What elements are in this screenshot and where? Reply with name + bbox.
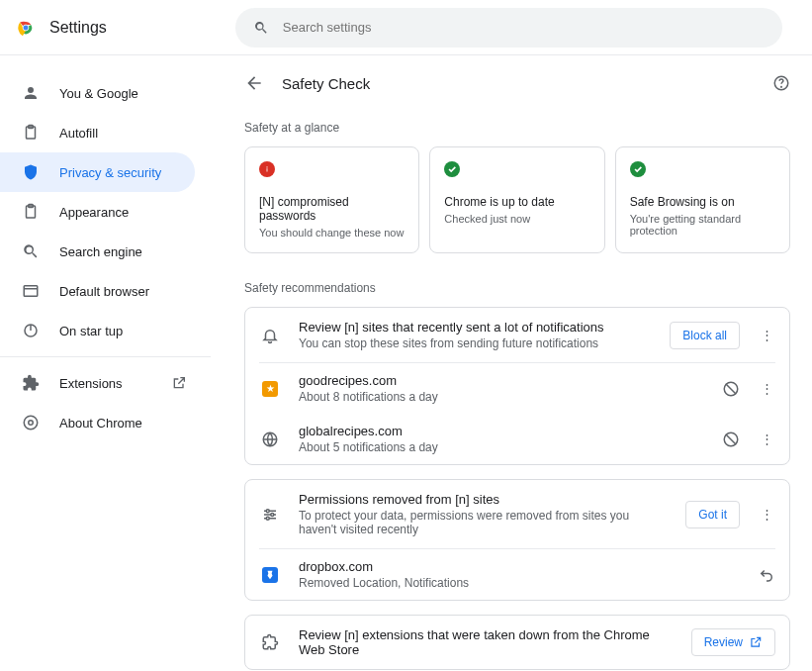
svg-line-21 <box>726 433 737 444</box>
extension-outline-icon <box>259 633 281 651</box>
search-icon <box>253 20 269 36</box>
card-subtitle: You're getting standard protection <box>630 213 775 237</box>
card-title: Chrome is up to date <box>444 195 589 209</box>
sidebar-item-search-engine[interactable]: Search engine <box>0 232 195 271</box>
sidebar-item-default-browser[interactable]: Default browser <box>0 271 195 311</box>
sidebar-item-label: On star tup <box>59 324 123 338</box>
page-title: Safety Check <box>282 75 755 92</box>
sidebar-item-about-chrome[interactable]: About Chrome <box>0 403 195 442</box>
svg-point-25 <box>266 509 269 512</box>
sidebar-item-label: Default browser <box>59 284 149 299</box>
sidebar-item-label: You & Google <box>59 86 138 101</box>
info-badge-icon <box>259 161 275 177</box>
more-menu-icon[interactable]: ⋮ <box>758 431 775 446</box>
card-subtitle: You should change these now <box>259 227 405 239</box>
button-label: Review <box>704 635 743 649</box>
site-favicon-icon: ★ <box>262 381 278 397</box>
extension-icon <box>22 374 40 392</box>
back-arrow-icon[interactable] <box>244 73 264 93</box>
tune-icon <box>259 506 281 524</box>
rec-panel-extensions: Review [n] extensions that were taken do… <box>244 615 790 670</box>
sidebar: You & Google Autofill Privacy & security… <box>0 55 211 671</box>
sidebar-item-extensions[interactable]: Extensions <box>0 363 195 403</box>
shield-icon <box>22 163 40 181</box>
more-menu-icon[interactable]: ⋮ <box>758 507 775 522</box>
sidebar-item-privacy-security[interactable]: Privacy & security <box>0 152 195 192</box>
sidebar-item-on-startup[interactable]: On star tup <box>0 311 195 350</box>
site-detail: Removed Location, Notifications <box>299 576 740 590</box>
rec-title: Review [n] extensions that were taken do… <box>299 627 674 657</box>
power-icon <box>22 322 40 339</box>
svg-point-14 <box>781 86 782 87</box>
check-badge-icon <box>630 161 646 177</box>
person-icon <box>22 84 40 102</box>
open-in-new-icon <box>749 635 763 649</box>
sidebar-item-label: About Chrome <box>59 416 142 431</box>
card-subtitle: Checked just now <box>444 213 589 225</box>
sidebar-item-autofill[interactable]: Autofill <box>0 113 195 152</box>
block-all-button[interactable]: Block all <box>670 322 740 349</box>
check-badge-icon <box>444 161 460 177</box>
site-name: dropbox.com <box>299 559 740 574</box>
glance-card-safe-browsing[interactable]: Safe Browsing is on You're getting stand… <box>615 146 790 253</box>
site-name: globalrecipes.com <box>299 424 704 438</box>
chrome-logo-icon <box>16 18 36 38</box>
site-name: goodrecipes.com <box>299 373 704 388</box>
browser-icon <box>22 282 40 300</box>
search-input[interactable] <box>283 20 765 35</box>
rec-title: Review [n] sites that recently sent a lo… <box>299 320 652 335</box>
site-detail: About 5 notifications a day <box>299 440 704 454</box>
rec-panel-notifications: Review [n] sites that recently sent a lo… <box>244 307 790 465</box>
more-menu-icon[interactable]: ⋮ <box>758 328 775 342</box>
more-menu-icon[interactable]: ⋮ <box>758 381 775 396</box>
sidebar-item-label: Extensions <box>59 376 123 391</box>
sidebar-item-label: Search engine <box>59 244 142 259</box>
search-icon <box>22 242 40 260</box>
rec-title: Permissions removed from [n] sites <box>299 492 668 507</box>
sidebar-item-you-and-google[interactable]: You & Google <box>0 73 195 113</box>
rec-panel-permissions: Permissions removed from [n] sites To pr… <box>244 479 790 601</box>
sidebar-item-label: Appearance <box>59 205 129 220</box>
rec-subtitle: To protect your data, permissions were r… <box>299 509 668 536</box>
glance-card-passwords[interactable]: [N] compromised passwords You should cha… <box>244 146 419 253</box>
open-in-new-icon <box>171 375 187 391</box>
svg-rect-7 <box>24 286 38 297</box>
app-title: Settings <box>49 19 107 37</box>
section-label-recs: Safety recommendations <box>244 281 790 295</box>
review-button[interactable]: Review <box>691 628 775 656</box>
chrome-outline-icon <box>22 414 40 431</box>
glance-card-updates[interactable]: Chrome is up to date Checked just now <box>429 146 604 253</box>
sidebar-item-label: Privacy & security <box>59 165 161 180</box>
card-title: [N] compromised passwords <box>259 195 405 223</box>
svg-point-15 <box>266 166 267 167</box>
svg-line-18 <box>726 383 737 394</box>
site-favicon-icon <box>262 567 278 583</box>
site-detail: About 8 notifications a day <box>299 390 704 404</box>
svg-point-11 <box>24 416 38 430</box>
rec-subtitle: You can stop these sites from sending fu… <box>299 336 652 350</box>
svg-rect-16 <box>267 168 268 171</box>
card-title: Safe Browsing is on <box>630 195 775 209</box>
bell-icon <box>259 327 281 344</box>
svg-point-26 <box>271 513 274 516</box>
clipboard-icon <box>22 124 40 142</box>
sidebar-item-label: Autofill <box>59 126 98 141</box>
svg-point-27 <box>266 517 269 520</box>
got-it-button[interactable]: Got it <box>685 501 740 528</box>
clipboard-icon <box>22 203 40 221</box>
search-bar[interactable] <box>235 8 782 48</box>
block-icon[interactable] <box>722 431 740 448</box>
sidebar-item-appearance[interactable]: Appearance <box>0 192 195 232</box>
help-icon[interactable] <box>772 74 790 92</box>
globe-icon <box>259 431 281 448</box>
svg-point-12 <box>29 421 34 426</box>
undo-icon[interactable] <box>758 566 775 584</box>
section-label-glance: Safety at a glance <box>244 121 790 135</box>
block-icon[interactable] <box>722 380 740 398</box>
